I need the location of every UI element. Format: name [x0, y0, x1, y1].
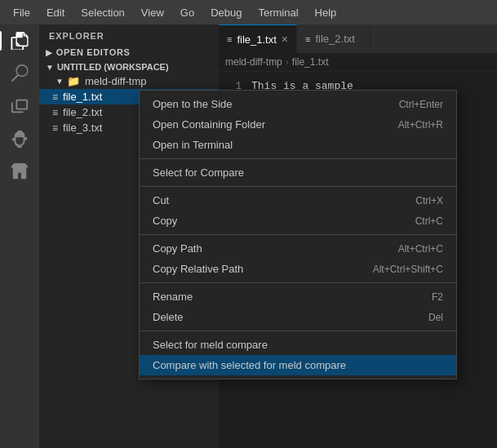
menu-terminal[interactable]: Terminal [251, 3, 304, 22]
menu-rename-label: Rename [153, 291, 193, 303]
menu-delete-shortcut: Del [428, 312, 443, 323]
file-label-2: file_2.txt [63, 106, 102, 118]
menu-compare-meld[interactable]: Compare with selected for meld compare [140, 355, 456, 375]
breadcrumb: meld-diff-tmp › file_1.txt [219, 53, 497, 72]
menu-open-containing-folder-label: Open Containing Folder [153, 118, 265, 131]
menu-cut[interactable]: Cut Ctrl+X [140, 190, 456, 211]
menu-copy[interactable]: Copy Ctrl+C [140, 211, 456, 231]
open-editors-header[interactable]: ▶ OPEN EDITORS [39, 44, 219, 60]
folder-icon: 📁 [67, 75, 80, 87]
menu-open-to-side[interactable]: Open to the Side Ctrl+Enter [140, 94, 456, 114]
menu-copy-shortcut: Ctrl+C [415, 215, 443, 227]
file-icon-1: ≡ [52, 91, 58, 103]
menu-copy-relative-path[interactable]: Copy Relative Path Alt+Ctrl+Shift+C [140, 259, 456, 279]
separator-4 [140, 282, 456, 283]
open-editors-label: OPEN EDITORS [56, 47, 131, 57]
separator-2 [140, 186, 456, 187]
menu-rename[interactable]: Rename F2 [140, 286, 456, 307]
activity-explorer-icon[interactable] [7, 28, 33, 54]
file-label-3: file_3.txt [63, 122, 102, 134]
menu-copy-relative-path-shortcut: Alt+Ctrl+Shift+C [373, 264, 443, 275]
menu-cut-shortcut: Ctrl+X [415, 195, 443, 206]
folder-label: meld-diff-tmp [85, 75, 147, 87]
activity-bar [0, 24, 39, 448]
tab-file1-close[interactable]: × [282, 33, 288, 45]
menu-open-to-side-label: Open to the Side [153, 98, 233, 110]
menu-edit[interactable]: Edit [40, 3, 71, 22]
menu-copy-label: Copy [153, 215, 177, 227]
breadcrumb-sep: › [286, 56, 289, 68]
breadcrumb-part1[interactable]: meld-diff-tmp [225, 56, 282, 68]
menu-copy-path-label: Copy Path [153, 242, 202, 255]
menu-open-in-terminal[interactable]: Open in Terminal [140, 135, 456, 155]
menu-copy-relative-path-label: Copy Relative Path [153, 263, 243, 275]
menu-file[interactable]: File [7, 3, 37, 22]
open-editors-arrow: ▶ [46, 48, 53, 57]
file-icon-2: ≡ [52, 107, 58, 118]
context-menu: Open to the Side Ctrl+Enter Open Contain… [139, 90, 457, 379]
tab-file1-icon: ≡ [227, 34, 232, 44]
activity-search-icon[interactable] [7, 60, 33, 86]
menu-view[interactable]: View [135, 3, 171, 22]
menu-open-containing-folder-shortcut: Alt+Ctrl+R [398, 119, 443, 131]
sidebar-title: EXPLORER [39, 24, 219, 44]
file-label-1: file_1.txt [63, 91, 102, 103]
menu-compare-meld-label: Compare with selected for meld compare [153, 359, 346, 371]
menu-select-meld[interactable]: Select for meld compare [140, 335, 456, 355]
separator-5 [140, 330, 456, 331]
breadcrumb-part2[interactable]: file_1.txt [292, 56, 329, 68]
menu-copy-path-shortcut: Alt+Ctrl+C [398, 243, 443, 255]
file-icon-3: ≡ [52, 122, 58, 134]
menu-selection[interactable]: Selection [74, 3, 131, 22]
menu-copy-path[interactable]: Copy Path Alt+Ctrl+C [140, 238, 456, 259]
menubar: File Edit Selection View Go Debug Termin… [0, 0, 497, 24]
menu-select-meld-label: Select for meld compare [153, 339, 268, 351]
separator-1 [140, 158, 456, 159]
tab-file2-label: file_2.txt [315, 33, 354, 45]
tab-file1-label: file_1.txt [237, 33, 276, 46]
tab-file2[interactable]: ≡ file_2.txt [297, 24, 371, 53]
menu-delete-label: Delete [153, 311, 184, 323]
menu-delete[interactable]: Delete Del [140, 307, 456, 327]
tab-bar: ≡ file_1.txt × ≡ file_2.txt [219, 24, 497, 53]
menu-cut-label: Cut [153, 194, 169, 206]
workspace-header[interactable]: ▼ UNTITLED (WORKSPACE) [39, 60, 219, 73]
tab-file2-icon: ≡ [305, 34, 310, 44]
menu-go[interactable]: Go [174, 3, 201, 22]
activity-debug-icon[interactable] [7, 126, 33, 152]
menu-open-in-terminal-label: Open in Terminal [153, 139, 233, 151]
menu-help[interactable]: Help [308, 3, 344, 22]
activity-extensions-icon[interactable] [7, 158, 33, 184]
workspace-arrow: ▼ [46, 63, 54, 72]
menu-select-for-compare[interactable]: Select for Compare [140, 162, 456, 183]
workspace-label: UNTITLED (WORKSPACE) [57, 62, 169, 72]
menu-rename-shortcut: F2 [432, 291, 443, 303]
activity-source-control-icon[interactable] [7, 93, 33, 119]
folder-arrow: ▼ [55, 77, 64, 86]
tab-file1[interactable]: ≡ file_1.txt × [219, 24, 297, 53]
menu-open-containing-folder[interactable]: Open Containing Folder Alt+Ctrl+R [140, 114, 456, 135]
separator-3 [140, 234, 456, 235]
menu-debug[interactable]: Debug [204, 3, 248, 22]
menu-open-to-side-shortcut: Ctrl+Enter [399, 99, 443, 110]
folder-meld-diff-tmp[interactable]: ▼ 📁 meld-diff-tmp [39, 73, 219, 89]
menu-select-for-compare-label: Select for Compare [153, 166, 244, 179]
